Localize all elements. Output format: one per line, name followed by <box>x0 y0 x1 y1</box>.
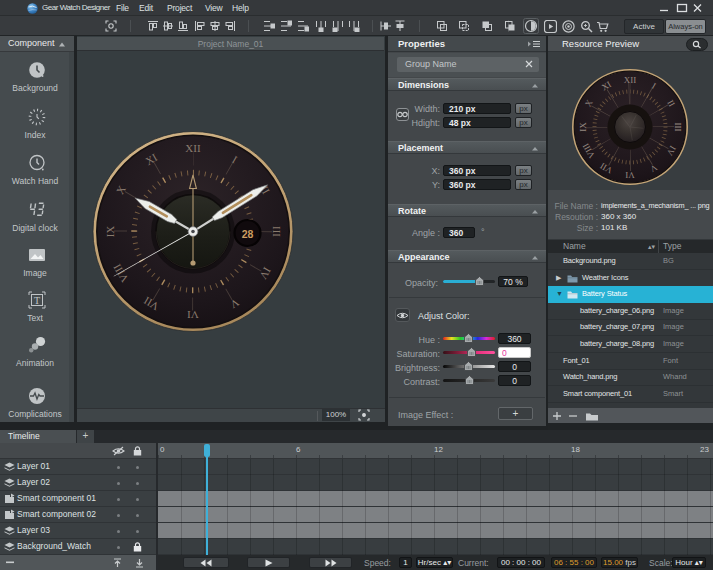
svg-text:VI: VI <box>187 309 199 321</box>
svg-text:VI: VI <box>625 170 635 180</box>
svg-text:III: III <box>673 123 683 132</box>
svg-text:XII: XII <box>185 142 201 154</box>
svg-text:28: 28 <box>242 228 254 240</box>
svg-text:III: III <box>271 226 283 237</box>
svg-text:XII: XII <box>624 75 637 85</box>
svg-text:T: T <box>34 295 40 306</box>
svg-text:IX: IX <box>104 226 116 238</box>
svg-text:IX: IX <box>578 122 588 132</box>
